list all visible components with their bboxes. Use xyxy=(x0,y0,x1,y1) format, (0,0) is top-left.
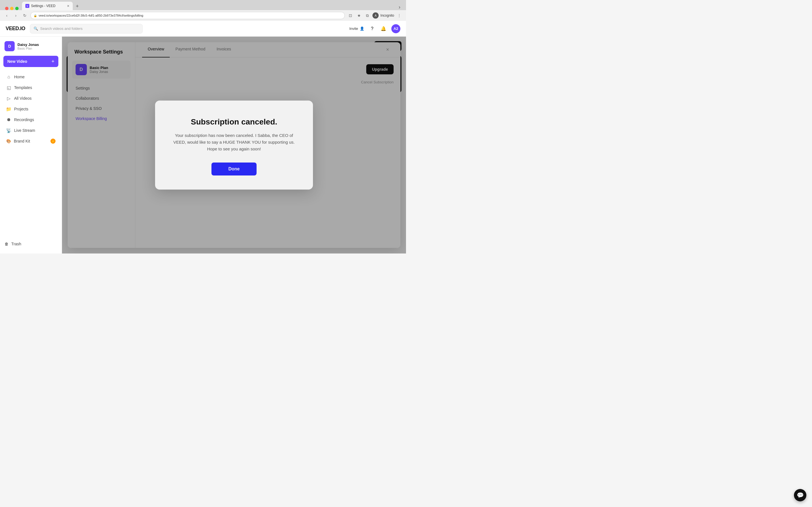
sidebar-item-home-label: Home xyxy=(14,75,24,79)
modal-title: Subscription canceled. xyxy=(166,117,302,126)
sidebar-item-all-videos[interactable]: ▷ All Videos xyxy=(2,93,60,104)
modal-body: Your subscription has now been canceled.… xyxy=(166,132,302,152)
sidebar-user-avatar: D xyxy=(4,41,15,51)
modal-body-line3: Hope to see you again soon! xyxy=(207,147,261,151)
projects-icon: 📁 xyxy=(6,107,11,112)
new-tab-button[interactable]: + xyxy=(73,2,81,10)
toolbar-right: ⊡ ★ ⧉ A Incognito ⋮ xyxy=(347,12,403,19)
forward-button[interactable]: › xyxy=(12,12,19,19)
sidebar-item-live-stream-label: Live Stream xyxy=(14,128,35,133)
address-text: veed.io/workspaces/22ce6d2f-38c5-4df1-a8… xyxy=(39,14,143,17)
sidebar-item-templates[interactable]: ◱ Templates xyxy=(2,82,60,93)
sidebar-item-recordings-label: Recordings xyxy=(14,117,34,122)
traffic-light-green[interactable] xyxy=(15,7,18,10)
browser-chrome: V Settings - VEED × + › ‹ › ↻ 🔒 veed.io/… xyxy=(0,0,406,21)
logo: VEED.IO xyxy=(6,25,26,32)
modal-body-line2: VEED, would like to say a HUGE THANK YOU… xyxy=(173,140,295,145)
search-bar[interactable]: 🔍 Search videos and folders xyxy=(30,24,143,34)
notifications-button[interactable]: 🔔 xyxy=(380,25,387,32)
modal-body-line1: Your subscription has now been canceled.… xyxy=(175,133,293,138)
sidebar-item-live-stream[interactable]: 📡 Live Stream xyxy=(2,125,60,136)
tab-strip-more[interactable]: › xyxy=(399,4,404,10)
subscription-canceled-modal: Subscription canceled. Your subscription… xyxy=(155,101,313,189)
sidebar-item-trash[interactable]: 🗑 Trash xyxy=(0,239,62,249)
sidebar-item-all-videos-label: All Videos xyxy=(14,96,32,101)
page-content: All Videos Upgrade Exported 01:58 Podcas… xyxy=(62,37,406,253)
bookmark-icon[interactable]: ★ xyxy=(356,12,362,19)
all-videos-icon: ▷ xyxy=(6,96,11,101)
tab-title: Settings - VEED xyxy=(31,4,56,8)
sidebar-item-projects[interactable]: 📁 Projects xyxy=(2,104,60,114)
recordings-icon: ⏺ xyxy=(6,117,11,122)
invite-button[interactable]: Invite 👤 xyxy=(349,26,364,31)
user-info: Daisy Jonas Basic Plan xyxy=(17,43,39,50)
invite-label: Invite xyxy=(349,26,358,31)
tab-close-button[interactable]: × xyxy=(67,4,69,8)
settings-panel: Workspace Settings D Basic Plan Daisy Jo… xyxy=(68,42,400,248)
sidebar-item-templates-label: Templates xyxy=(14,86,32,90)
new-video-label: New Video xyxy=(7,59,28,64)
top-nav-right: Invite 👤 ? 🔔 A2 xyxy=(349,24,400,33)
app: VEED.IO 🔍 Search videos and folders Invi… xyxy=(0,21,406,253)
address-bar[interactable]: 🔒 veed.io/workspaces/22ce6d2f-38c5-4df1-… xyxy=(31,12,345,19)
sidebar-item-brand-kit[interactable]: 🎨 Brand Kit ⚡ xyxy=(2,136,60,147)
top-nav: VEED.IO 🔍 Search videos and folders Invi… xyxy=(0,21,406,37)
new-video-plus-icon: + xyxy=(51,59,54,64)
invite-icon: 👤 xyxy=(360,26,364,31)
traffic-light-yellow[interactable] xyxy=(10,7,13,10)
help-button[interactable]: ? xyxy=(369,25,375,32)
user-avatar-top[interactable]: A2 xyxy=(391,24,400,33)
browser-tabs: V Settings - VEED × + › xyxy=(0,0,406,10)
main-content: D Daisy Jonas Basic Plan New Video + ⌂ H… xyxy=(0,37,406,253)
brand-kit-icon: 🎨 xyxy=(6,139,11,144)
incognito-avatar[interactable]: A xyxy=(372,12,378,18)
lock-icon: 🔒 xyxy=(34,14,37,17)
sidebar-item-brand-kit-label: Brand Kit xyxy=(14,139,30,144)
trash-icon: 🗑 xyxy=(4,242,8,246)
extensions-icon[interactable]: ⧉ xyxy=(364,12,371,19)
traffic-light-red[interactable] xyxy=(5,7,8,10)
cast-icon[interactable]: ⊡ xyxy=(347,12,354,19)
brand-kit-badge: ⚡ xyxy=(50,138,56,144)
sidebar-item-home[interactable]: ⌂ Home xyxy=(2,71,60,82)
sidebar-item-projects-label: Projects xyxy=(14,107,29,111)
live-stream-icon: 📡 xyxy=(6,128,11,133)
sidebar-user-name: Daisy Jonas xyxy=(17,43,39,47)
sidebar: D Daisy Jonas Basic Plan New Video + ⌂ H… xyxy=(0,37,62,253)
home-icon: ⌂ xyxy=(6,74,11,79)
more-menu-button[interactable]: ⋮ xyxy=(396,12,403,19)
search-placeholder: Search videos and folders xyxy=(40,26,83,31)
sidebar-user-plan: Basic Plan xyxy=(17,47,39,50)
trash-label: Trash xyxy=(11,242,21,246)
user-section: D Daisy Jonas Basic Plan xyxy=(0,41,62,56)
browser-toolbar: ‹ › ↻ 🔒 veed.io/workspaces/22ce6d2f-38c5… xyxy=(0,10,406,21)
search-icon: 🔍 xyxy=(34,26,38,31)
modal-done-button[interactable]: Done xyxy=(211,163,257,175)
templates-icon: ◱ xyxy=(6,85,11,90)
browser-tab[interactable]: V Settings - VEED × xyxy=(22,2,73,10)
back-button[interactable]: ‹ xyxy=(3,12,10,19)
modal-overlay: Subscription canceled. Your subscription… xyxy=(68,42,400,248)
new-video-button[interactable]: New Video + xyxy=(3,56,58,67)
refresh-button[interactable]: ↻ xyxy=(21,12,28,19)
tab-favicon: V xyxy=(26,4,29,8)
sidebar-item-recordings[interactable]: ⏺ Recordings xyxy=(2,114,60,125)
incognito-label: Incognito xyxy=(380,13,394,17)
